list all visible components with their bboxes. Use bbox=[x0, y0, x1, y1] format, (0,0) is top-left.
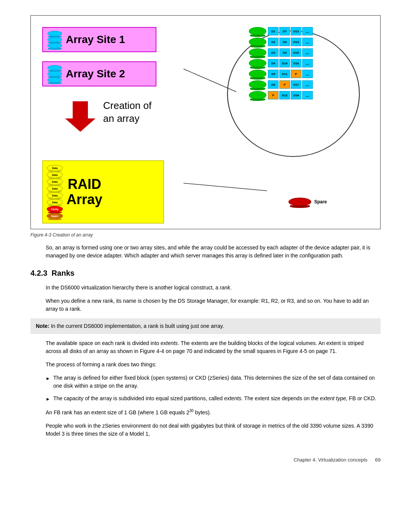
cell-d9: D9 bbox=[279, 48, 290, 57]
cell-d8: D8 bbox=[279, 38, 290, 46]
cell-dots: ... bbox=[302, 59, 313, 67]
disk-cells: D4 D10 D16 ... bbox=[268, 59, 313, 67]
disk-cells: D1 D7 D13 ... bbox=[268, 27, 313, 35]
extents-italic-2: extents. bbox=[224, 395, 243, 401]
creation-label: Creation of an array bbox=[103, 99, 151, 125]
cell-d14: D14 bbox=[291, 38, 301, 46]
disk-cells: D5 D11 P ... bbox=[268, 70, 313, 78]
footer-page: 69 bbox=[375, 457, 381, 463]
list-item-1: ► The array is defined for either fixed … bbox=[46, 374, 381, 390]
disk-stack-1 bbox=[48, 31, 62, 48]
cell-dots: ... bbox=[302, 38, 313, 46]
cell-p6: P bbox=[279, 80, 290, 89]
disk-cells: D6 P D17 ... bbox=[268, 80, 313, 89]
disk-row-6: D6 P D17 ... bbox=[249, 80, 367, 89]
rank-italic: rank bbox=[220, 284, 230, 291]
spare-area: Spare bbox=[288, 198, 327, 206]
section-number: 4.2.3 bbox=[30, 269, 47, 277]
disk-stack-2 bbox=[48, 65, 62, 83]
disk-row-7: P D12 D18 ... bbox=[249, 91, 367, 99]
disk-row-4: D4 D10 D16 ... bbox=[249, 59, 367, 67]
spare-label: Spare bbox=[314, 199, 327, 204]
cell-d17: D17 bbox=[291, 80, 301, 89]
cell-dots: ... bbox=[302, 27, 313, 35]
cell-d5: D5 bbox=[268, 70, 279, 78]
extents-italic: extents bbox=[161, 340, 178, 346]
body-paragraph-1: So, an array is formed using one or two … bbox=[46, 244, 381, 260]
note-text: Note: In the current DS6000 implementati… bbox=[36, 323, 224, 329]
body-paragraph-2: In the DS6000 virtualization hierarchy t… bbox=[46, 284, 381, 292]
cell-p5: P bbox=[291, 70, 301, 78]
bullet-text-2: The capacity of the array is subdivided … bbox=[53, 395, 376, 403]
raid-array-box: Data Data Data Data Data Data bbox=[42, 160, 164, 224]
bullet-text-1: The array is defined for either fixed bl… bbox=[53, 374, 381, 390]
cell-d12: D12 bbox=[279, 91, 290, 99]
green-disk bbox=[249, 80, 266, 89]
raid-array-label: RAID Array bbox=[67, 177, 102, 207]
cell-d16: D16 bbox=[291, 59, 301, 67]
note-box: Note: In the current DS6000 implementati… bbox=[30, 318, 381, 334]
cell-d1: D1 bbox=[268, 27, 279, 35]
superscript-30: 30 bbox=[189, 409, 193, 413]
disk-icon bbox=[48, 71, 62, 77]
disk-row-5: D5 D11 P ... bbox=[249, 70, 367, 78]
section-title: Ranks bbox=[52, 269, 75, 277]
green-disk bbox=[249, 48, 266, 57]
disk-icon bbox=[48, 37, 62, 42]
green-disk bbox=[249, 91, 266, 99]
cell-d15: D15 bbox=[291, 48, 301, 57]
bullet-list: ► The array is defined for either fixed … bbox=[46, 374, 381, 403]
spare-disk-icon bbox=[288, 198, 311, 206]
cell-dots: ... bbox=[302, 80, 313, 89]
cell-d18: D18 bbox=[291, 91, 301, 99]
list-item-2: ► The capacity of the array is subdivide… bbox=[46, 395, 381, 403]
raid-disk-data4: Data bbox=[47, 185, 63, 192]
cell-d10: D10 bbox=[279, 59, 290, 67]
raid-disk-data6: Data bbox=[47, 199, 63, 205]
diagram-area: Array Site 1 Array Site 2 Creation of bbox=[38, 23, 373, 221]
cell-d3: D3 bbox=[268, 48, 279, 57]
green-disk bbox=[249, 70, 266, 78]
creation-arrow bbox=[65, 101, 96, 133]
raid-disk-spare: Spare bbox=[47, 213, 63, 219]
cell-d7: D7 bbox=[279, 27, 290, 35]
green-disk bbox=[249, 59, 266, 67]
extent-type-italic: extent type, bbox=[320, 395, 347, 401]
body-paragraph-7: People who work in the zSeries environme… bbox=[46, 422, 381, 438]
svg-line-0 bbox=[183, 69, 236, 92]
disk-row-3: D3 D9 D15 ... bbox=[249, 48, 367, 57]
cell-d11: D11 bbox=[279, 70, 290, 78]
disk-icon bbox=[48, 31, 62, 36]
body-paragraph-5: The process of forming a rank does two t… bbox=[46, 361, 381, 369]
raid-disks: Data Data Data Data Data Data bbox=[47, 165, 63, 219]
raid-disk-data2: Data bbox=[47, 172, 63, 178]
disk-grid: D1 D7 D13 ... D2 D8 D14 ... bbox=[249, 27, 367, 102]
disk-cells: D2 D8 D14 ... bbox=[268, 38, 313, 46]
disk-icon bbox=[48, 43, 62, 48]
bullet-arrow-2: ► bbox=[46, 396, 50, 403]
raid-disk-data5: Data bbox=[47, 192, 63, 198]
cell-dots: ... bbox=[302, 91, 313, 99]
note-bold: Note: bbox=[36, 323, 49, 329]
raid-disk-data1: Data bbox=[47, 165, 63, 171]
figure-box: Array Site 1 Array Site 2 Creation of bbox=[30, 15, 381, 229]
array-site-2-label: Array Site 2 bbox=[66, 68, 125, 80]
body-paragraph-6: An FB rank has an extent size of 1 GB (w… bbox=[46, 408, 381, 417]
raid-disk-parity: Parity bbox=[47, 206, 63, 212]
disk-row-2: D2 D8 D14 ... bbox=[249, 38, 367, 46]
cell-dots: ... bbox=[302, 70, 313, 78]
cell-p7: P bbox=[268, 91, 279, 99]
cell-d6: D6 bbox=[268, 80, 279, 89]
cell-dots: ... bbox=[302, 48, 313, 57]
svg-line-1 bbox=[183, 183, 267, 191]
bullet-arrow-1: ► bbox=[46, 375, 50, 390]
cell-d13: D13 bbox=[291, 27, 301, 35]
disk-icon bbox=[48, 65, 62, 70]
footer-chapter: Chapter 4. Virtualization concepts bbox=[293, 457, 367, 463]
cell-d4: D4 bbox=[268, 59, 279, 67]
section-heading: 4.2.3 Ranks bbox=[30, 269, 381, 278]
body-paragraph-4: The available space on each rank is divi… bbox=[46, 339, 381, 355]
green-disk bbox=[249, 38, 266, 46]
green-disk bbox=[249, 27, 266, 35]
page-content: Array Site 1 Array Site 2 Creation of bbox=[30, 15, 381, 463]
